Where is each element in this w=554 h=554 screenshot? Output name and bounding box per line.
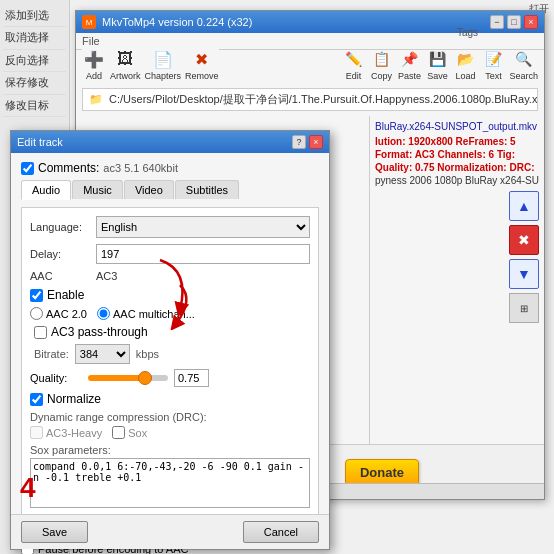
up-button[interactable]: ▲: [509, 191, 539, 221]
save-button[interactable]: Save: [21, 521, 88, 543]
tags-label: Tags: [457, 27, 478, 38]
dialog-title: Edit track: [17, 136, 63, 148]
bitrate-select[interactable]: 384: [75, 344, 130, 364]
window-title: MkvToMp4 version 0.224 (x32): [102, 16, 252, 28]
right-info-panel: BluRay.x264-SUNSPOT_output.mkv lution: 1…: [369, 116, 544, 444]
menu-bar: File ➕ Add 🖼 Artwork 📄: [76, 33, 544, 50]
tags-toolbar: ✏️ Edit 📋 Copy 📌 Paste 💾 Save: [341, 47, 538, 81]
app-icon: M: [82, 15, 96, 29]
artwork-icon: 🖼: [113, 47, 137, 71]
background-app: 添加到选 取消选择 反向选择 保存修改 修改目标 打开 M MkvToMp4 v…: [0, 0, 554, 554]
sidebar-item-cancel[interactable]: 取消选择: [3, 27, 66, 49]
aac-multichannel-option[interactable]: AAC multichan...: [97, 307, 195, 320]
load-icon: 📂: [453, 47, 477, 71]
aac-label: AAC: [30, 270, 90, 282]
quality-input[interactable]: [174, 369, 209, 387]
tab-audio[interactable]: Audio: [21, 180, 71, 200]
file-menu-label[interactable]: File: [82, 35, 100, 47]
minimize-button[interactable]: −: [490, 15, 504, 29]
language-label: Language:: [30, 221, 90, 233]
bitrate-label: Bitrate:: [34, 348, 69, 360]
maximize-button[interactable]: □: [507, 15, 521, 29]
format-label: Format: AC3: [375, 149, 435, 160]
tab-subtitles[interactable]: Subtitles: [175, 180, 239, 199]
add-icon: ➕: [82, 47, 106, 71]
comments-label: Comments:: [38, 161, 99, 175]
sidebar-item-reverse[interactable]: 反向选择: [3, 50, 66, 72]
sidebar-item-modify[interactable]: 修改目标: [3, 95, 66, 117]
donate-button[interactable]: Donate: [345, 459, 419, 486]
sidebar-item-save[interactable]: 保存修改: [3, 72, 66, 94]
output-filename: BluRay.x264-SUNSPOT_output.mkv: [375, 121, 539, 132]
remove-icon: ✖: [190, 47, 214, 71]
normalization-label: Normalization:: [437, 162, 506, 173]
annotation-4: 4: [20, 472, 36, 504]
comments-row: Comments: ac3 5.1 640kbit: [21, 161, 319, 175]
resolution-info: lution: 1920x800 ReFrames: 5: [375, 136, 539, 147]
remove-button[interactable]: ✖ Remove: [185, 47, 219, 81]
comments-value: ac3 5.1 640kbit: [103, 162, 178, 174]
delay-input[interactable]: [96, 244, 310, 264]
edit-icon: ✏️: [341, 47, 365, 71]
ac3-passthrough-label: AC3 pass-through: [51, 325, 148, 339]
toolbar-group-file: ➕ Add 🖼 Artwork 📄 Chapters ✖: [82, 47, 219, 81]
ac3-heavy-option[interactable]: AC3-Heavy: [30, 426, 102, 439]
delay-label: Delay:: [30, 248, 90, 260]
aac20-option[interactable]: AAC 2.0: [30, 307, 87, 320]
dialog-title-bar: Edit track ? ×: [11, 131, 329, 153]
drc-right-label: DRC:: [509, 162, 534, 173]
text-button[interactable]: 📝 Text: [481, 47, 505, 81]
save-icon: 💾: [425, 47, 449, 71]
copy-button[interactable]: 📋 Copy: [369, 47, 393, 81]
right-nav-buttons: ▲ ✖ ▼ ⊞: [375, 191, 539, 323]
tab-music[interactable]: Music: [72, 180, 123, 199]
file-path: C:/Users/Pilot/Desktop/提取干净台词/1.The.Purs…: [109, 93, 538, 105]
quality-info: Quality: 0.75 Normalization: DRC:: [375, 162, 539, 173]
dialog-close-button[interactable]: ×: [309, 135, 323, 149]
artwork-button[interactable]: 🖼 Artwork: [110, 47, 141, 81]
normalize-label: Normalize: [47, 392, 101, 406]
cancel-button[interactable]: Cancel: [243, 521, 319, 543]
kbps-label: kbps: [136, 348, 159, 360]
drc-checkboxes: AC3-Heavy Sox: [30, 426, 310, 439]
movie-info: pyness 2006 1080p BluRay x264-SU: [375, 175, 539, 186]
edit-track-dialog: Edit track ? × Comments: ac3 5.1 640kbit…: [10, 130, 330, 550]
language-row: Language: English: [30, 216, 310, 238]
close-button[interactable]: ×: [524, 15, 538, 29]
chapters-button[interactable]: 📄 Chapters: [145, 47, 182, 81]
grid-button[interactable]: ⊞: [509, 293, 539, 323]
sidebar-item-add[interactable]: 添加到选: [3, 5, 66, 27]
aac-value: AC3: [96, 270, 117, 282]
search-button[interactable]: 🔍 Search: [509, 47, 538, 81]
add-button[interactable]: ➕ Add: [82, 47, 106, 81]
quality-row: Quality:: [30, 369, 310, 387]
load-button[interactable]: 📂 Load: [453, 47, 477, 81]
aac-info-row: AAC AC3: [30, 270, 310, 282]
ac3-passthrough-checkbox[interactable]: [34, 326, 47, 339]
enable-row: Enable: [30, 288, 310, 302]
dialog-help-button[interactable]: ?: [292, 135, 306, 149]
tab-video[interactable]: Video: [124, 180, 174, 199]
text-icon: 📝: [481, 47, 505, 71]
quality-slider[interactable]: [88, 375, 168, 381]
audio-tab-content: Language: English Delay: AAC AC3: [21, 207, 319, 520]
sox-textarea[interactable]: compand 0.0,1 6:-70,-43,-20 -6 -90 0.1 g…: [30, 458, 310, 508]
sox-params-label: Sox parameters:: [30, 444, 310, 456]
format-info: Format: AC3 Channels: 6 Tig:: [375, 149, 539, 160]
down-button[interactable]: ▼: [509, 259, 539, 289]
enable-checkbox[interactable]: [30, 289, 43, 302]
comments-checkbox[interactable]: [21, 162, 34, 175]
sox-option[interactable]: Sox: [112, 426, 147, 439]
normalize-checkbox[interactable]: [30, 393, 43, 406]
copy-icon: 📋: [369, 47, 393, 71]
paste-button[interactable]: 📌 Paste: [397, 47, 421, 81]
quality-label: Quality: 0.75: [375, 162, 434, 173]
resolution-label: lution: 1920x800: [375, 136, 453, 147]
save-tags-button[interactable]: 💾 Save: [425, 47, 449, 81]
file-path-bar: 📁 C:/Users/Pilot/Desktop/提取干净台词/1.The.Pu…: [82, 88, 538, 111]
edit-button[interactable]: ✏️ Edit: [341, 47, 365, 81]
delete-button[interactable]: ✖: [509, 225, 539, 255]
dialog-footer: Save Cancel: [11, 514, 329, 549]
language-select[interactable]: English: [96, 216, 310, 238]
dialog-title-controls: ? ×: [292, 135, 323, 149]
